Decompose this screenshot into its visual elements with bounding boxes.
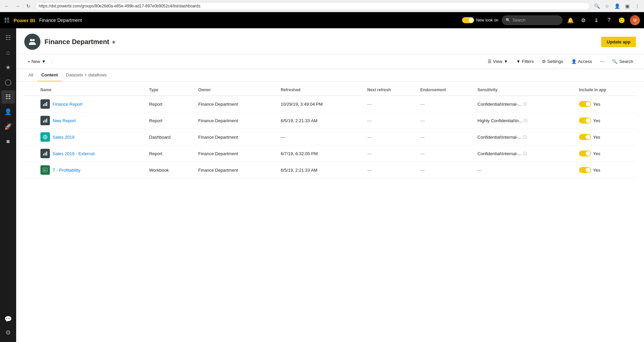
topnav-right: New look on 🔍 Search 🔔 ⚙ ⇓ ? 🙂 U <box>462 15 640 25</box>
forward-button[interactable]: → <box>13 2 22 10</box>
browser-search-btn[interactable]: 🔍 <box>593 2 601 10</box>
next-refresh-cell: — <box>365 96 418 112</box>
svg-rect-12 <box>45 152 46 156</box>
settings-icon[interactable]: ⚙ <box>579 15 588 25</box>
content-tabs: All Content Datasets + dataflows <box>16 69 644 81</box>
sidebar-item-dataflow[interactable]: ■ <box>1 135 15 148</box>
owner-cell: Finance Department <box>195 162 278 178</box>
svg-rect-7 <box>46 118 47 123</box>
sidebar-item-menu[interactable]: ☷ <box>1 31 15 44</box>
table-row: New Report Report Finance Department 6/5… <box>24 112 636 129</box>
toolbar-search[interactable]: 🔍 Search <box>609 58 636 65</box>
download-icon[interactable]: ⇓ <box>591 15 601 25</box>
item-name[interactable]: Sales 2019 <box>53 135 74 140</box>
content-table: Name Type Owner Refreshed Next refresh E… <box>24 84 636 178</box>
feedback-icon[interactable]: 🙂 <box>617 15 626 25</box>
new-look-toggle[interactable]: New look on <box>462 17 498 23</box>
sidebar-item-settings[interactable]: ⚙ <box>1 326 15 339</box>
avatar-image: U <box>630 15 640 25</box>
checkbox-cell <box>24 112 38 129</box>
col-name: Name <box>38 84 147 96</box>
next-refresh-cell: — <box>365 162 418 178</box>
back-button[interactable]: ← <box>3 2 11 10</box>
toolbar: + New ▼ ☰ View ▼ ▼ Filters ⚙ Settings <box>16 54 644 69</box>
col-owner: Owner <box>195 84 278 96</box>
topnav-search[interactable]: 🔍 Search <box>502 15 562 25</box>
item-name[interactable]: T - Profitability <box>53 168 81 173</box>
sidebar-item-recent[interactable]: ◯ <box>1 75 15 89</box>
type-cell: Workbook <box>147 162 196 178</box>
hamburger-menu-icon[interactable]: ☷ <box>4 16 9 24</box>
extensions-btn[interactable]: ▣ <box>623 2 631 10</box>
include-toggle[interactable] <box>579 167 591 173</box>
new-chevron-icon: ▼ <box>41 59 46 64</box>
sidebar-item-favorites[interactable]: ★ <box>1 61 15 74</box>
update-app-button[interactable]: Update app <box>601 37 636 47</box>
sidebar-item-home[interactable]: ⌂ <box>1 46 15 59</box>
browser-actions: 🔍 ☆ 👤 ▣ ⋮ <box>593 2 641 10</box>
sensitivity-info-icon[interactable]: ⓘ <box>523 151 527 156</box>
item-name[interactable]: Finance Report <box>53 102 83 107</box>
next-refresh-cell: — <box>365 112 418 129</box>
tab-datasets[interactable]: Datasets + dataflows <box>62 69 111 81</box>
new-look-switch[interactable] <box>462 17 474 23</box>
type-cell: Report <box>147 112 196 129</box>
include-toggle[interactable] <box>579 117 591 124</box>
svg-rect-3 <box>45 103 46 106</box>
workspace-header: Finance Department ◆ Update app <box>16 28 644 54</box>
checkbox-cell <box>24 145 38 162</box>
sensitivity-cell: Confidential\Internal-...ⓘ <box>475 96 576 112</box>
name-cell: Sales 2019 - External <box>38 145 147 162</box>
refreshed-cell: 6/5/19, 2:21:33 AM <box>278 112 365 129</box>
notifications-icon[interactable]: 🔔 <box>566 15 575 25</box>
svg-rect-11 <box>43 154 44 156</box>
endorsement-cell: — <box>418 162 475 178</box>
col-checkbox <box>24 84 38 96</box>
sidebar-item-shared[interactable]: 👤 <box>1 105 15 118</box>
more-btn[interactable]: ⋮ <box>633 2 641 10</box>
item-icon <box>40 99 50 109</box>
name-cell: Finance Report <box>38 96 147 112</box>
url-bar[interactable]: https://dxt.powerbi.com/groups/80e26d0a-… <box>35 2 590 10</box>
profile-btn[interactable]: 👤 <box>613 2 621 10</box>
tab-content[interactable]: Content <box>37 69 62 81</box>
include-label: Yes <box>593 118 600 123</box>
access-button[interactable]: 👤 Access <box>568 57 595 66</box>
include-in-app-cell: Yes <box>576 112 636 129</box>
tab-all[interactable]: All <box>24 69 37 81</box>
include-in-app-cell: Yes <box>576 129 636 145</box>
owner-cell: Finance Department <box>195 145 278 162</box>
filters-label: Filters <box>522 59 534 64</box>
sensitivity-cell: — <box>475 162 576 178</box>
sidebar-item-metrics[interactable]: 🚀 <box>1 120 15 133</box>
include-toggle[interactable] <box>579 134 591 140</box>
new-button[interactable]: + New ▼ <box>24 57 49 66</box>
avatar[interactable]: U <box>630 15 640 25</box>
item-name[interactable]: Sales 2019 - External <box>53 151 94 156</box>
sensitivity-info-icon[interactable]: ⓘ <box>523 102 527 107</box>
search-icon: 🔍 <box>505 18 511 23</box>
sensitivity-info-icon[interactable]: ⓘ <box>524 118 527 123</box>
sidebar-item-learn[interactable]: 💬 <box>1 312 15 326</box>
include-toggle[interactable] <box>579 101 591 107</box>
view-icon: ☰ <box>488 59 492 64</box>
item-icon <box>40 132 50 142</box>
toolbar-right: ☰ View ▼ ▼ Filters ⚙ Settings 👤 Access ⋯ <box>484 57 636 66</box>
workspace-title: Finance Department <box>44 38 109 46</box>
refresh-button[interactable]: ↻ <box>24 2 32 10</box>
sensitivity-info-icon[interactable]: ⓘ <box>523 135 527 140</box>
view-button[interactable]: ☰ View ▼ <box>484 57 512 66</box>
include-toggle[interactable] <box>579 150 591 157</box>
settings-button[interactable]: ⚙ Settings <box>539 57 566 66</box>
bookmark-btn[interactable]: ☆ <box>603 2 611 10</box>
checkbox-cell <box>24 162 38 178</box>
toolbar-search-label: Search <box>619 59 633 64</box>
more-options-button[interactable]: ⋯ <box>597 57 608 66</box>
sidebar-item-apps[interactable]: ☷ <box>1 90 15 104</box>
top-navigation: ☷ Power BI Finance Department New look o… <box>0 12 644 28</box>
item-name[interactable]: New Report <box>53 118 76 123</box>
filters-button[interactable]: ▼ Filters <box>513 57 537 66</box>
col-endorsement: Endorsement <box>418 84 475 96</box>
help-icon[interactable]: ? <box>604 15 614 25</box>
owner-cell: Finance Department <box>195 129 278 145</box>
